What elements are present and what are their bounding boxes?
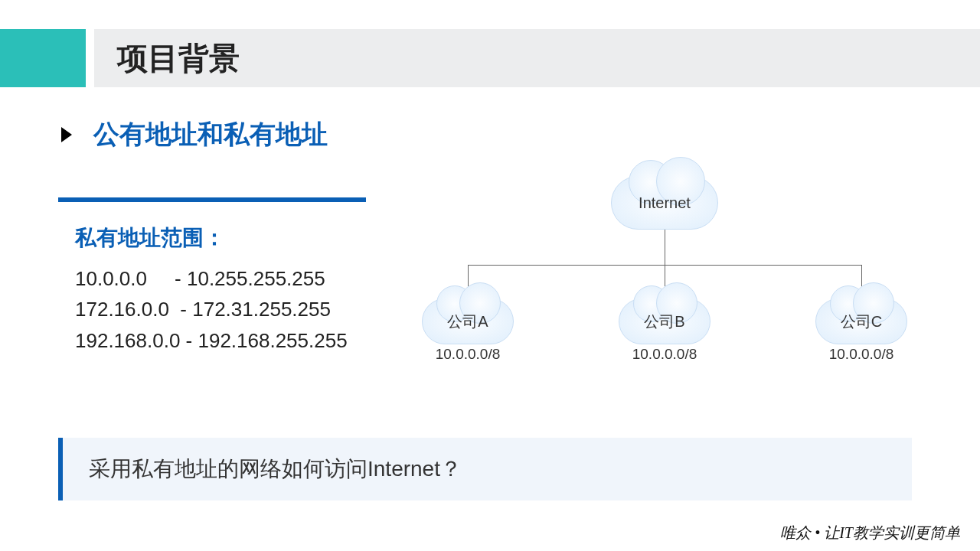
cloud-internet: Internet <box>611 176 718 230</box>
accent-block <box>0 29 86 87</box>
cloud-label: 公司B <box>619 299 710 344</box>
cloud-icon: Internet <box>611 176 718 230</box>
connector-line <box>665 230 665 265</box>
section-heading: 公有地址和私有地址 <box>61 117 328 152</box>
question-text: 采用私有地址的网络如何访问Internet？ <box>89 455 462 484</box>
cloud-company-c: 公司C 10.0.0.0/8 <box>815 298 907 344</box>
cloud-label: 公司A <box>423 299 513 344</box>
question-callout: 采用私有地址的网络如何访问Internet？ <box>58 438 912 500</box>
private-range-panel: 私有地址范围： 10.0.0.0 - 10.255.255.255 172.16… <box>58 197 366 356</box>
cloud-icon: 公司C <box>815 298 907 344</box>
slide-title: 项目背景 <box>117 37 240 80</box>
cloud-label: 公司C <box>816 299 906 344</box>
footer-slogan: 唯众 • 让IT教学实训更简单 <box>780 523 960 543</box>
range-line: 10.0.0.0 - 10.255.255.255 <box>75 263 366 294</box>
network-diagram: Internet 公司A 10.0.0.0/8 公司B 10.0.0.0/8 公… <box>413 168 931 367</box>
slide-header: 项目背景 <box>0 29 980 87</box>
panel-divider <box>58 197 366 202</box>
panel-heading: 私有地址范围： <box>75 223 366 253</box>
range-line: 172.16.0.0 - 172.31.255.255 <box>75 294 366 324</box>
cloud-subnet: 10.0.0.0/8 <box>422 346 514 363</box>
range-line: 192.168.0.0 - 192.168.255.255 <box>75 325 366 356</box>
cloud-subnet: 10.0.0.0/8 <box>815 346 907 363</box>
cloud-label: Internet <box>612 177 717 229</box>
cloud-icon: 公司A <box>422 298 514 344</box>
triangle-bullet-icon <box>61 127 72 142</box>
cloud-company-b: 公司B 10.0.0.0/8 <box>619 298 710 344</box>
section-title: 公有地址和私有地址 <box>93 117 328 152</box>
title-bar: 项目背景 <box>94 29 980 87</box>
cloud-subnet: 10.0.0.0/8 <box>619 346 710 363</box>
cloud-company-a: 公司A 10.0.0.0/8 <box>422 298 514 344</box>
cloud-icon: 公司B <box>619 298 710 344</box>
